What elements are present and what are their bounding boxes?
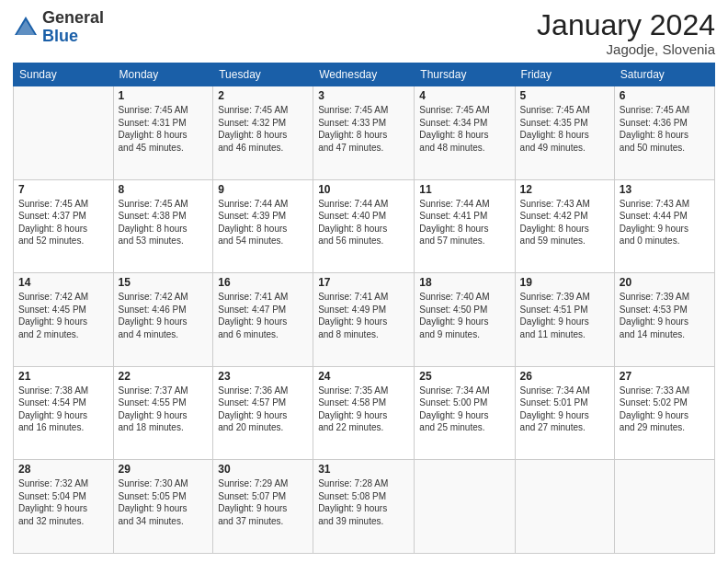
day-info: Sunrise: 7:37 AMSunset: 4:55 PMDaylight:… (119, 385, 209, 434)
sunrise-text: Sunrise: 7:40 AM (419, 292, 489, 302)
day-number: 24 (318, 370, 409, 383)
day-number: 25 (419, 370, 509, 383)
sunrise-text: Sunrise: 7:45 AM (520, 105, 590, 115)
day-number: 20 (620, 276, 710, 289)
sunset-text: Sunset: 4:42 PM (520, 211, 588, 221)
sunrise-text: Sunrise: 7:34 AM (520, 385, 590, 396)
sunset-text: Sunset: 4:50 PM (419, 304, 487, 315)
sunset-text: Sunset: 4:32 PM (218, 118, 286, 128)
day-cell-17: 17Sunrise: 7:41 AMSunset: 4:49 PMDayligh… (313, 273, 415, 367)
sunrise-text: Sunrise: 7:38 AM (18, 385, 88, 396)
day-cell-19: 19Sunrise: 7:39 AMSunset: 4:51 PMDayligh… (515, 273, 614, 367)
sunset-text: Sunset: 4:34 PM (419, 118, 487, 128)
day-cell-20: 20Sunrise: 7:39 AMSunset: 4:53 PMDayligh… (614, 273, 714, 367)
daylight-text: Daylight: 9 hoursand 18 minutes. (119, 410, 188, 433)
day-number: 26 (520, 370, 609, 383)
day-cell-28: 28Sunrise: 7:32 AMSunset: 5:04 PMDayligh… (14, 460, 114, 554)
day-cell-9: 9Sunrise: 7:44 AMSunset: 4:39 PMDaylight… (213, 179, 313, 273)
day-info: Sunrise: 7:45 AMSunset: 4:36 PMDaylight:… (620, 104, 710, 154)
sunrise-text: Sunrise: 7:44 AM (419, 199, 489, 209)
day-info: Sunrise: 7:45 AMSunset: 4:32 PMDaylight:… (218, 104, 308, 154)
daylight-text: Daylight: 8 hoursand 56 minutes. (318, 224, 387, 247)
sunset-text: Sunset: 4:40 PM (318, 211, 386, 221)
day-number: 2 (218, 89, 308, 102)
day-number: 22 (119, 370, 209, 383)
daylight-text: Daylight: 9 hoursand 6 minutes. (218, 316, 287, 339)
day-number: 7 (18, 183, 108, 196)
weekday-header-row: SundayMondayTuesdayWednesdayThursdayFrid… (14, 63, 715, 86)
sunrise-text: Sunrise: 7:41 AM (318, 292, 388, 302)
sunset-text: Sunset: 4:54 PM (18, 397, 86, 408)
title-block: January 2024 Jagodje, Slovenia (537, 9, 715, 57)
sunrise-text: Sunrise: 7:35 AM (318, 385, 388, 396)
day-cell-2: 2Sunrise: 7:45 AMSunset: 4:32 PMDaylight… (213, 86, 313, 180)
day-cell-5: 5Sunrise: 7:45 AMSunset: 4:35 PMDaylight… (515, 86, 614, 180)
day-info: Sunrise: 7:45 AMSunset: 4:31 PMDaylight:… (119, 104, 209, 154)
daylight-text: Daylight: 9 hoursand 32 minutes. (18, 503, 87, 526)
day-cell-16: 16Sunrise: 7:41 AMSunset: 4:47 PMDayligh… (213, 273, 313, 367)
daylight-text: Daylight: 8 hoursand 47 minutes. (318, 130, 387, 153)
day-cell-25: 25Sunrise: 7:34 AMSunset: 5:00 PMDayligh… (415, 366, 515, 460)
day-info: Sunrise: 7:45 AMSunset: 4:37 PMDaylight:… (18, 198, 108, 247)
day-cell-13: 13Sunrise: 7:43 AMSunset: 4:44 PMDayligh… (614, 179, 714, 273)
weekday-header-wednesday: Wednesday (313, 63, 415, 86)
day-cell-1: 1Sunrise: 7:45 AMSunset: 4:31 PMDaylight… (113, 86, 213, 180)
daylight-text: Daylight: 9 hoursand 29 minutes. (620, 410, 688, 433)
empty-cell (415, 460, 515, 554)
day-number: 19 (520, 276, 609, 289)
sunset-text: Sunset: 4:39 PM (218, 211, 286, 221)
daylight-text: Daylight: 8 hoursand 50 minutes. (620, 130, 688, 153)
daylight-text: Daylight: 9 hoursand 14 minutes. (620, 316, 688, 339)
day-info: Sunrise: 7:43 AMSunset: 4:44 PMDaylight:… (620, 198, 710, 247)
day-cell-3: 3Sunrise: 7:45 AMSunset: 4:33 PMDaylight… (313, 86, 415, 180)
sunrise-text: Sunrise: 7:44 AM (318, 199, 388, 209)
week-row-4: 21Sunrise: 7:38 AMSunset: 4:54 PMDayligh… (14, 366, 715, 460)
sunrise-text: Sunrise: 7:33 AM (620, 385, 689, 396)
day-cell-21: 21Sunrise: 7:38 AMSunset: 4:54 PMDayligh… (14, 366, 114, 460)
daylight-text: Daylight: 8 hoursand 49 minutes. (520, 130, 589, 153)
day-number: 21 (18, 370, 108, 383)
day-number: 13 (620, 183, 710, 196)
sunrise-text: Sunrise: 7:29 AM (218, 478, 288, 488)
sunset-text: Sunset: 4:46 PM (119, 304, 187, 315)
sunrise-text: Sunrise: 7:45 AM (318, 105, 388, 115)
day-cell-14: 14Sunrise: 7:42 AMSunset: 4:45 PMDayligh… (14, 273, 114, 367)
day-number: 30 (218, 463, 308, 476)
sunset-text: Sunset: 4:33 PM (318, 118, 386, 128)
day-cell-30: 30Sunrise: 7:29 AMSunset: 5:07 PMDayligh… (213, 460, 313, 554)
day-info: Sunrise: 7:39 AMSunset: 4:53 PMDaylight:… (620, 291, 710, 340)
daylight-text: Daylight: 9 hoursand 2 minutes. (18, 316, 87, 339)
logo: General Blue (13, 9, 104, 46)
logo-general-text: General (42, 8, 104, 27)
day-info: Sunrise: 7:43 AMSunset: 4:42 PMDaylight:… (520, 198, 609, 247)
sunrise-text: Sunrise: 7:45 AM (218, 105, 288, 115)
sunset-text: Sunset: 4:45 PM (18, 304, 86, 315)
week-row-3: 14Sunrise: 7:42 AMSunset: 4:45 PMDayligh… (14, 273, 715, 367)
sunset-text: Sunset: 5:01 PM (520, 397, 588, 408)
sunset-text: Sunset: 4:35 PM (520, 118, 588, 128)
day-number: 23 (218, 370, 308, 383)
day-cell-7: 7Sunrise: 7:45 AMSunset: 4:37 PMDaylight… (14, 179, 114, 273)
day-info: Sunrise: 7:44 AMSunset: 4:39 PMDaylight:… (218, 198, 308, 247)
sunrise-text: Sunrise: 7:45 AM (620, 105, 689, 115)
sunrise-text: Sunrise: 7:42 AM (18, 292, 88, 302)
week-row-5: 28Sunrise: 7:32 AMSunset: 5:04 PMDayligh… (14, 460, 715, 554)
weekday-header-monday: Monday (113, 63, 213, 86)
day-info: Sunrise: 7:42 AMSunset: 4:46 PMDaylight:… (119, 291, 209, 340)
day-info: Sunrise: 7:39 AMSunset: 4:51 PMDaylight:… (520, 291, 609, 340)
day-cell-6: 6Sunrise: 7:45 AMSunset: 4:36 PMDaylight… (614, 86, 714, 180)
daylight-text: Daylight: 8 hoursand 45 minutes. (119, 130, 188, 153)
day-number: 12 (520, 183, 609, 196)
week-row-1: 1Sunrise: 7:45 AMSunset: 4:31 PMDaylight… (14, 86, 715, 180)
weekday-header-sunday: Sunday (14, 63, 114, 86)
sunset-text: Sunset: 4:53 PM (620, 304, 688, 315)
day-number: 15 (119, 276, 209, 289)
daylight-text: Daylight: 9 hoursand 39 minutes. (318, 503, 387, 526)
daylight-text: Daylight: 9 hoursand 16 minutes. (18, 410, 87, 433)
month-title: January 2024 (537, 9, 715, 41)
sunrise-text: Sunrise: 7:44 AM (218, 199, 288, 209)
day-info: Sunrise: 7:34 AMSunset: 5:00 PMDaylight:… (419, 385, 509, 434)
day-info: Sunrise: 7:32 AMSunset: 5:04 PMDaylight:… (18, 477, 108, 527)
day-info: Sunrise: 7:28 AMSunset: 5:08 PMDaylight:… (318, 477, 409, 527)
day-cell-11: 11Sunrise: 7:44 AMSunset: 4:41 PMDayligh… (415, 179, 515, 273)
